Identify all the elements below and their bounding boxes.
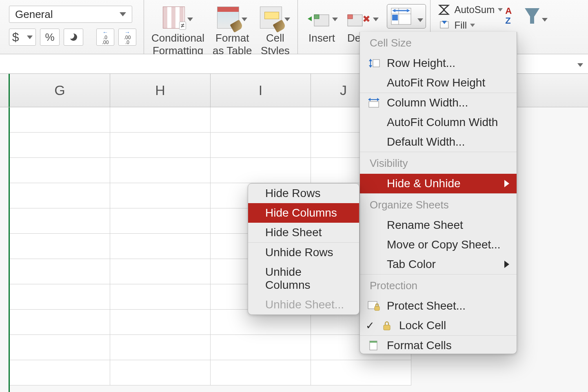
fill-down-icon xyxy=(438,20,451,31)
chevron-down-icon xyxy=(498,8,503,11)
menu-hide-columns[interactable]: Hide Columns xyxy=(248,203,359,223)
svg-rect-1 xyxy=(314,15,319,19)
autosum-label: AutoSum xyxy=(454,4,495,16)
menu-label: Hide Columns xyxy=(265,206,337,219)
percent-style-button[interactable]: % xyxy=(40,29,60,46)
svg-rect-16 xyxy=(369,102,379,107)
filter-icon xyxy=(525,6,539,26)
conditional-formatting-label: Conditional Formatting xyxy=(151,32,204,57)
menu-unhide-columns[interactable]: Unhide Columns xyxy=(248,262,359,295)
row-height-icon xyxy=(367,58,380,69)
menu-label: AutoFit Row Height xyxy=(387,76,485,89)
chevron-down-icon xyxy=(373,18,379,21)
number-format-combo[interactable]: General xyxy=(9,6,132,23)
menu-label: Tab Color xyxy=(387,258,436,271)
menu-rename-sheet[interactable]: Rename Sheet xyxy=(360,215,517,235)
format-as-table-label: Format as Table xyxy=(213,32,252,57)
increase-decimal-button[interactable]: ←.0.00 xyxy=(96,29,114,46)
chevron-down-icon xyxy=(332,18,338,21)
insert-label: Insert xyxy=(308,32,335,44)
conditional-formatting-button[interactable]: Conditional Formatting xyxy=(147,0,209,57)
chevron-down-icon xyxy=(284,18,290,21)
column-width-icon xyxy=(367,97,380,108)
accounting-format-button[interactable]: $ xyxy=(9,29,36,46)
menu-column-width[interactable]: Column Width... xyxy=(360,93,517,113)
menu-tab-color[interactable]: Tab Color xyxy=(360,255,517,274)
menu-hide-sheet[interactable]: Hide Sheet xyxy=(248,223,359,242)
number-format-value: General xyxy=(15,8,53,21)
currency-label: $ xyxy=(8,29,23,45)
menu-label: Default Width... xyxy=(387,135,465,148)
svg-marker-15 xyxy=(369,65,372,68)
decrease-decimal-button[interactable]: →.00.0 xyxy=(118,29,136,46)
fill-label: Fill xyxy=(454,20,467,31)
chevron-down-icon xyxy=(417,18,423,22)
menu-protect-sheet[interactable]: Protect Sheet... xyxy=(360,296,517,316)
sort-az-icon: AZ xyxy=(505,6,523,26)
menu-hide-rows[interactable]: Hide Rows xyxy=(248,184,359,203)
conditional-formatting-icon xyxy=(163,7,185,29)
lock-icon xyxy=(380,320,393,331)
comma-style-button[interactable] xyxy=(64,29,83,46)
menu-label: AutoFit Column Width xyxy=(387,116,498,129)
menu-autofit-row[interactable]: AutoFit Row Height xyxy=(360,73,517,93)
menu-unhide-sheet: Unhide Sheet... xyxy=(248,295,359,314)
sort-filter-button[interactable]: AZ xyxy=(503,0,548,26)
menu-label: Unhide Sheet... xyxy=(265,298,344,311)
format-button[interactable] xyxy=(383,0,430,29)
expand-formula-bar-icon[interactable] xyxy=(577,63,583,67)
insert-icon xyxy=(305,12,330,29)
format-as-table-icon xyxy=(217,7,239,29)
fill-button[interactable]: Fill xyxy=(438,20,503,31)
svg-marker-2 xyxy=(308,16,312,21)
menu-section-header: Protection xyxy=(360,275,517,296)
cell-styles-button[interactable]: Cell Styles xyxy=(256,0,294,57)
svg-rect-4 xyxy=(348,15,353,19)
menu-autofit-column[interactable]: AutoFit Column Width xyxy=(360,113,517,132)
svg-rect-21 xyxy=(384,325,390,330)
format-as-table-button[interactable]: Format as Table xyxy=(209,0,256,57)
column-header[interactable]: H xyxy=(110,74,211,107)
chevron-down-icon xyxy=(542,18,548,22)
autosum-button[interactable]: AutoSum xyxy=(438,4,503,16)
menu-section-header: Cell Size xyxy=(360,32,517,53)
number-group: General $ % ←.0.00 →.00.0 xyxy=(0,0,140,46)
column-header[interactable]: G xyxy=(10,74,110,107)
sheet-lock-icon xyxy=(367,301,380,311)
menu-section-header: Organize Sheets xyxy=(360,194,517,215)
menu-label: Rename Sheet xyxy=(387,219,463,232)
menu-label: Format Cells xyxy=(387,339,452,352)
menu-unhide-rows[interactable]: Unhide Rows xyxy=(248,243,359,262)
format-icon xyxy=(390,7,413,26)
chevron-down-icon xyxy=(470,24,475,27)
menu-label: Hide Sheet xyxy=(265,226,322,239)
menu-hide-unhide[interactable]: Hide & Unhide xyxy=(360,174,517,193)
menu-label: Protect Sheet... xyxy=(387,299,466,312)
sheet-icon xyxy=(367,340,380,351)
cell-styles-label: Cell Styles xyxy=(261,32,290,57)
check-icon: ✓ xyxy=(366,319,375,332)
menu-move-copy-sheet[interactable]: Move or Copy Sheet... xyxy=(360,235,517,255)
menu-lock-cell[interactable]: ✓ Lock Cell xyxy=(360,316,517,335)
svg-marker-17 xyxy=(368,98,371,101)
menu-label: Lock Cell xyxy=(399,319,446,332)
chevron-down-icon xyxy=(27,35,33,39)
menu-default-width[interactable]: Default Width... xyxy=(360,132,517,152)
format-menu: Cell Size Row Height... AutoFit Row Heig… xyxy=(359,32,517,354)
column-header[interactable]: I xyxy=(211,74,311,107)
menu-format-cells[interactable]: Format Cells xyxy=(360,336,517,354)
cell-styles-icon xyxy=(260,7,282,29)
chevron-down-icon xyxy=(242,18,247,21)
sigma-icon xyxy=(438,4,451,15)
svg-rect-23 xyxy=(370,341,377,343)
insert-cells-button[interactable]: Insert xyxy=(301,0,342,44)
svg-rect-8 xyxy=(392,15,398,20)
menu-label: Unhide Columns xyxy=(265,266,349,292)
svg-marker-14 xyxy=(369,59,372,61)
hide-unhide-submenu: Hide Rows Hide Columns Hide Sheet Unhide… xyxy=(248,183,359,315)
moon-icon xyxy=(70,33,77,41)
menu-section-header: Visibility xyxy=(360,152,517,174)
menu-row-height[interactable]: Row Height... xyxy=(360,53,517,73)
editing-group: AutoSum Fill xyxy=(434,0,503,31)
svg-rect-13 xyxy=(373,60,379,67)
